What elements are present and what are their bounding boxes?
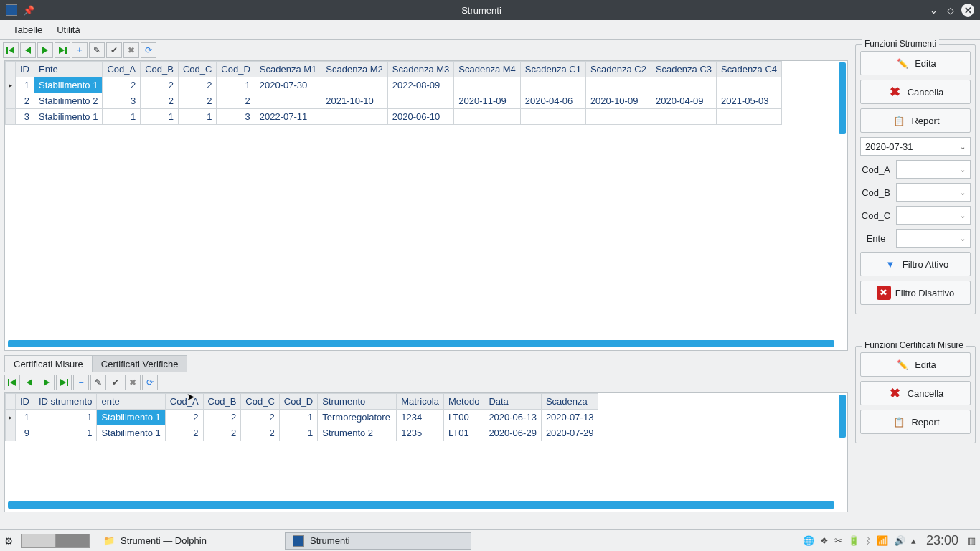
- filtro-attivo-button[interactable]: ▼Filtro Attivo: [860, 252, 971, 276]
- bcol-idstr[interactable]: ID strumento: [34, 394, 97, 410]
- cancella-button[interactable]: ✖Cancella: [860, 80, 971, 104]
- confirm-button[interactable]: ✔: [106, 42, 122, 58]
- tray-icon[interactable]: 🌐: [803, 535, 814, 546]
- clock[interactable]: 23:00: [926, 533, 958, 548]
- edita-button-2[interactable]: ✏️Edita: [860, 352, 971, 377]
- combo-cod-b[interactable]: ⌄: [896, 183, 971, 202]
- group-title-1: Funzioni Strumenti: [862, 39, 939, 49]
- col-m1[interactable]: Scadenza M1: [255, 62, 321, 77]
- table-row[interactable]: 2Stabilimento 2 3222 2021-10-102020-11-0…: [6, 93, 782, 109]
- table-row[interactable]: 3Stabilimento 1 1113 2022-07-112020-06-1…: [6, 109, 782, 125]
- bcol-met[interactable]: Metodo: [444, 394, 484, 410]
- add-button[interactable]: +: [72, 42, 88, 58]
- edita-button[interactable]: ✏️Edita: [860, 51, 971, 75]
- bcol-matr[interactable]: Matricola: [397, 394, 444, 410]
- col-c2[interactable]: Scadenza C2: [585, 62, 651, 77]
- nav-next-button[interactable]: [37, 42, 53, 58]
- refresh-button[interactable]: ⟳: [141, 42, 156, 58]
- top-vscroll[interactable]: [839, 62, 846, 134]
- maximize-button[interactable]: ◇: [944, 4, 957, 17]
- bottom-vscroll[interactable]: [839, 395, 846, 438]
- cancel-filter-icon: ✖: [877, 286, 891, 300]
- bcol-data[interactable]: Data: [484, 394, 542, 410]
- nav-next-button-2[interactable]: [39, 375, 55, 390]
- col-m3[interactable]: Scadenza M3: [387, 62, 454, 77]
- tab-certificati-misure[interactable]: Certificati Misure: [4, 355, 93, 372]
- col-codd[interactable]: Cod_D: [217, 62, 255, 77]
- tab-certificati-verifiche[interactable]: Certificati Verifiche: [92, 355, 188, 372]
- combo-ente[interactable]: ⌄: [896, 229, 971, 248]
- bcol-cd[interactable]: Cod_D: [279, 394, 317, 410]
- col-codb[interactable]: Cod_B: [141, 62, 179, 77]
- task-dolphin[interactable]: 📁Strumenti — Dolphin: [95, 532, 282, 549]
- date-filter[interactable]: 2020-07-31⌄: [860, 137, 971, 156]
- task-strumenti[interactable]: Strumenti: [285, 532, 471, 550]
- bcol-ca[interactable]: Cod_A: [165, 394, 203, 410]
- tray-icon[interactable]: ❖: [820, 535, 829, 546]
- bluetooth-icon[interactable]: ᛒ: [865, 535, 871, 546]
- table-row[interactable]: 11Stabilimento 1 2221 Termoregolatore123…: [6, 410, 598, 425]
- bottom-hscroll[interactable]: [8, 501, 834, 509]
- confirm-button-2[interactable]: ✔: [108, 375, 123, 390]
- col-m2[interactable]: Scadenza M2: [321, 62, 388, 77]
- nav-prev-button-2[interactable]: [22, 375, 37, 390]
- delete-icon: ✖: [887, 84, 903, 100]
- cancel-button[interactable]: ✖: [123, 42, 139, 58]
- table-row[interactable]: 1Stabilimento 1 2221 2020-07-302022-08-0…: [6, 77, 782, 93]
- nav-last-button[interactable]: [55, 42, 70, 58]
- col-m4[interactable]: Scadenza M4: [454, 62, 521, 77]
- report-button-2[interactable]: 📋Report: [860, 410, 971, 434]
- tray-icon[interactable]: ✂: [834, 535, 842, 546]
- menu-utilita[interactable]: Utilità: [50, 22, 88, 38]
- nav-last-button-2[interactable]: [56, 375, 72, 390]
- remove-button[interactable]: −: [73, 375, 89, 390]
- bcol-ente[interactable]: ente: [97, 394, 165, 410]
- top-hscroll[interactable]: [8, 340, 834, 347]
- edit-button[interactable]: ✎: [89, 42, 105, 58]
- nav-prev-button[interactable]: [20, 42, 36, 58]
- desktop-1[interactable]: [21, 534, 55, 548]
- col-c4[interactable]: Scadenza C4: [717, 62, 782, 77]
- col-id[interactable]: ID: [16, 62, 34, 77]
- col-c1[interactable]: Scadenza C1: [520, 62, 585, 77]
- chevron-down-icon: ⌄: [960, 189, 966, 197]
- filtro-disattivo-button[interactable]: ✖Filtro Disattivo: [860, 281, 971, 305]
- bcol-id[interactable]: ID: [16, 394, 34, 410]
- col-ente[interactable]: Ente: [34, 62, 103, 77]
- svg-marker-11: [60, 379, 66, 386]
- tray-expand-icon[interactable]: ▴: [911, 535, 916, 546]
- bcol-cc[interactable]: Cod_C: [241, 394, 279, 410]
- battery-icon[interactable]: 🔋: [848, 535, 859, 546]
- combo-cod-a[interactable]: ⌄: [896, 160, 971, 179]
- nav-first-button[interactable]: [3, 42, 19, 58]
- report-icon: 📋: [891, 113, 907, 128]
- cancella-button-2[interactable]: ✖Cancella: [860, 381, 971, 405]
- menu-tabelle[interactable]: Tabelle: [6, 22, 50, 38]
- report-button[interactable]: 📋Report: [860, 108, 971, 133]
- virtual-desktops[interactable]: [21, 534, 90, 548]
- show-desktop-icon[interactable]: ▥: [967, 535, 976, 546]
- cancel-button-2[interactable]: ✖: [125, 375, 141, 390]
- kde-menu-icon[interactable]: ⚙: [4, 535, 14, 547]
- pin-icon[interactable]: 📌: [23, 5, 34, 16]
- col-c3[interactable]: Scadenza C3: [651, 62, 716, 77]
- bcol-scad[interactable]: Scadenza: [541, 394, 598, 410]
- svg-marker-9: [44, 379, 50, 386]
- desktop-2[interactable]: [55, 534, 90, 548]
- taskbar: ⚙ 📁Strumenti — Dolphin Strumenti 🌐 ❖ ✂ 🔋…: [0, 529, 980, 551]
- combo-cod-c[interactable]: ⌄: [896, 206, 971, 225]
- refresh-button-2[interactable]: ⟳: [142, 375, 158, 390]
- bcol-strum[interactable]: Strumento: [318, 394, 397, 410]
- bcol-cb[interactable]: Cod_B: [203, 394, 241, 410]
- close-button[interactable]: ✕: [961, 4, 974, 17]
- top-table[interactable]: ID Ente Cod_A Cod_B Cod_C Cod_D Scadenza…: [4, 60, 848, 351]
- minimize-button[interactable]: ⌄: [927, 4, 940, 17]
- wifi-icon[interactable]: 📶: [877, 535, 888, 546]
- nav-first-button-2[interactable]: [4, 375, 20, 390]
- col-coda[interactable]: Cod_A: [103, 62, 141, 77]
- bottom-table[interactable]: ID ID strumento ente Cod_A Cod_B Cod_C C…: [4, 392, 848, 512]
- table-row[interactable]: 91Stabilimento 1 2221 Strumento 21235LT0…: [6, 425, 598, 441]
- col-codc[interactable]: Cod_C: [178, 62, 216, 77]
- volume-icon[interactable]: 🔊: [894, 535, 905, 546]
- edit-button-2[interactable]: ✎: [90, 375, 106, 390]
